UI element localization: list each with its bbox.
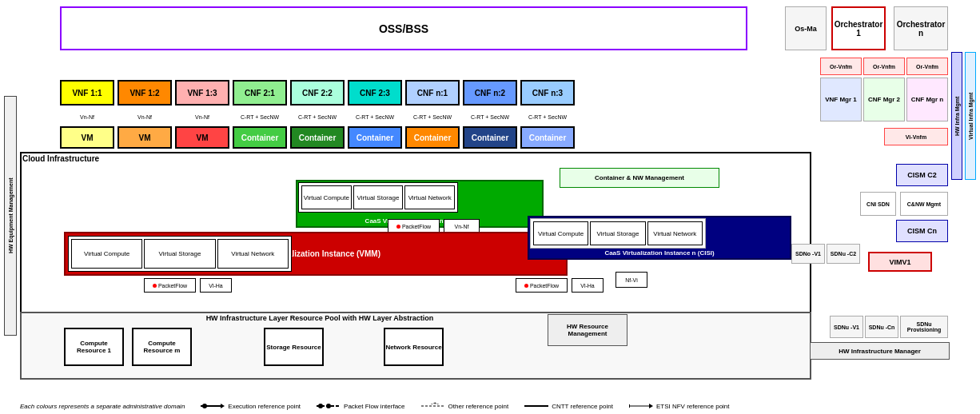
svg-point-4 [318,404,323,408]
caas2-virtual-compute: Virtual Compute [301,185,352,209]
cism-c2-box: CISM C2 [896,164,948,186]
packetflow-iaas: PacketFlow [144,278,196,293]
orchestrator-1-label: Orchestrator 1 [833,20,884,38]
vn-nf-1: Vn-Nf [60,110,114,123]
sdnu-v1-box: SDNu -V1 [830,316,863,338]
vn-nf-3: Vn-Nf [175,110,229,123]
vnf-mgr-1-box: VNF Mgr 1 [820,78,862,121]
cnf-2-2: CNF 2:2 [290,80,345,105]
sdn-row-2: SDNu -V1 SDNu -Cn SDNu Provisioning [830,316,948,338]
iaas-inner: Virtual Compute Virtual Storage Virtual … [68,236,292,272]
cism-cn-box: CISM Cn [896,220,948,242]
svg-marker-10 [649,404,653,408]
svg-point-5 [326,404,331,408]
legend-etsi-nfv-ref: ETSI NFV reference point [629,402,730,410]
vn-nf-2: Vn-Nf [118,110,172,123]
cnf-2-3: CNF 2:3 [348,80,402,105]
caasn-virtual-network: Virtual Network [647,221,703,245]
caas2-inner: Virtual Compute Virtual Storage Virtual … [298,182,458,213]
crt-3: C-RT + SecNW [348,110,402,123]
vl-ha-caasn: Vl-Ha [572,278,604,293]
orchestrator-1-box: Orchestrator 1 [831,6,886,50]
or-vnfm-2: Or-Vnfm [863,58,905,75]
cnw-mgmt-box: C&NW Mgmt [900,192,948,216]
container-6: Container [520,126,575,149]
vi-vnfm-box: Vi-Vnfm [884,128,948,145]
sdnu-prov-box: SDNu Provisioning [900,316,948,338]
iaas-virtual-compute: Virtual Compute [71,239,142,269]
vnf-cnf-row: VNF 1:1 VNF 1:2 VNF 1:3 CNF 2:1 CNF 2:2 … [60,80,747,105]
svg-marker-2 [221,404,225,408]
cnf-n-1: CNF n:1 [405,80,460,105]
container-2: Container [290,126,345,149]
oss-bss-box: OSS/BSS [60,6,747,50]
diagram-container: OSS/BSS Os-Ma Orchestrator 1 Orchestrato… [0,0,980,414]
container-3: Container [348,126,402,149]
legend-cntt-ref: CNTT reference point [524,402,613,410]
legend-packet-flow: Packet Flow interface [317,402,404,410]
container-nw-mgmt: Container & NW Management [560,168,719,188]
vl-ha-iaas: Vl-Ha [200,278,232,293]
mgr-row: VNF Mgr 1 CNF Mgr 2 CNF Mgr n [820,78,948,121]
virtual-infra-mgmt-label: Virtual Infra Mgmt [965,52,976,180]
svg-text:-+-: -+- [431,402,439,407]
cnf-mgr-2-box: CNF Mgr 2 [863,78,905,121]
packetflow-caasn: PacketFlow [516,278,568,293]
os-ma-label: Os-Ma [795,25,817,33]
container-4: Container [405,126,460,149]
os-ma-box: Os-Ma [785,6,827,50]
nf-vi-box: Nf-Vi [615,272,647,288]
container-5: Container [463,126,517,149]
caasn-virtual-compute: Virtual Compute [533,221,588,245]
crt-secnw-row: Vn-Nf Vn-Nf Vn-Nf C-RT + SecNW C-RT + Se… [60,110,747,123]
vm-3: VM [175,126,229,149]
or-vnfm-row: Or-Vnfm Or-Vnfm Or-Vnfm [820,58,948,75]
vnf-1-3: VNF 1:3 [175,80,229,105]
iaas-virtual-network: Virtual Network [217,239,289,269]
legend-other-ref: -+- Other reference point [421,402,509,410]
crt-2: C-RT + SecNW [290,110,345,123]
vnf-1-1: VNF 1:1 [60,80,114,105]
crt-1: C-RT + SecNW [233,110,287,123]
vm-1: VM [60,126,114,149]
crt-5: C-RT + SecNW [463,110,517,123]
sdn-row-1: SDNo -V1 SDNu -C2 [791,244,860,264]
hw-infra-mgmt-label: HW Infra Mgmt [951,52,962,180]
svg-point-1 [202,404,207,408]
sdnu-cn-box: SDNu -Cn [865,316,898,338]
hw-infra-layer-label: HW Infrastructure Layer Resource Pool wi… [160,314,480,322]
cnf-n-3: CNF n:3 [520,80,575,105]
caas2-virtual-storage: Virtual Storage [353,185,404,209]
legend: Each colours represents a separate admin… [20,402,960,410]
compute-resource-1: Compute Resource 1 [64,328,124,366]
cni-sdn-box: CNI SDN [860,192,896,216]
or-vnfm-3: Or-Vnfm [906,58,948,75]
crt-6: C-RT + SecNW [520,110,575,123]
vm-2: VM [118,126,172,149]
compute-resource-m: Compute Resource m [132,328,192,366]
caasn-label: CaaS Virtualization Instance n (CISI) [529,249,790,257]
sdno-v1-box: SDNo -V1 [791,244,825,264]
orchestrator-n-box: Orchestrator n [894,6,948,50]
hw-equipment-mgmt-label: HW Equipment Management [4,96,17,336]
caas2-virtual-network: Virtual Network [404,185,455,209]
cnf-mgr-n-box: CNF Mgr n [906,78,948,121]
network-resource: Network Resource [384,328,444,366]
orchestrator-n-label: Orchestrator n [894,20,947,38]
vm-container-row: VM VM VM Container Container Container C… [60,126,747,149]
or-vnfm-1: Or-Vnfm [820,58,862,75]
cnf-n-2: CNF n:2 [463,80,517,105]
container-1: Container [233,126,287,149]
hw-infra-manager: HW Infrastructure Manager [810,342,950,360]
cnf-2-1: CNF 2:1 [233,80,287,105]
storage-resource: Storage Resource [264,328,324,366]
vnf-1-2: VNF 1:2 [118,80,172,105]
sdnu-c2-box: SDNu -C2 [827,244,860,264]
cloud-infra-label: Cloud Infrastructure [22,154,99,163]
legend-colors-text: Each colours represents a separate admin… [20,403,185,410]
legend-execution-ref: Execution reference point [201,402,301,410]
caasn-inner: Virtual Compute Virtual Storage Virtual … [530,218,706,249]
oss-bss-label: OSS/BSS [379,22,428,35]
hw-resource-mgmt: HW Resource Management [548,314,627,346]
iaas-virtual-storage: Virtual Storage [144,239,215,269]
